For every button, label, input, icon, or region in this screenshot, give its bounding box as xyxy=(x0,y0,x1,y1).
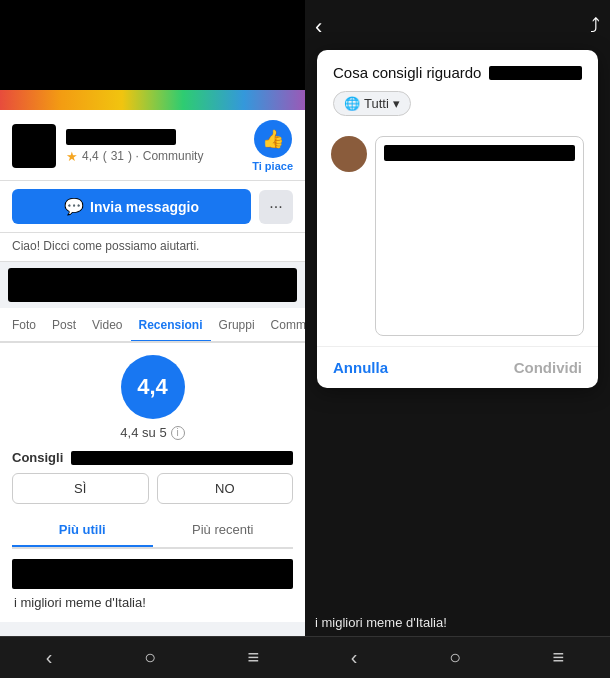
invia-messaggio-button[interactable]: 💬 Invia messaggio xyxy=(12,189,251,224)
more-options-button[interactable]: ··· xyxy=(259,190,293,224)
sort-tab-utili[interactable]: Più utili xyxy=(12,514,153,547)
left-panel: ★ 4,4 (31) · Community 👍 Ti piace 💬 Invi… xyxy=(0,0,305,678)
annulla-button[interactable]: Annulla xyxy=(333,359,388,376)
thumb-icon: 👍 xyxy=(254,120,292,158)
rating-circle: 4,4 xyxy=(121,355,185,419)
review-count: 31 xyxy=(111,149,124,163)
profile-info: ★ 4,4 (31) · Community xyxy=(66,129,238,164)
right-panel: ‹ ⤴ Cosa consigli riguardo 🌐 Tutti ▾ Ann… xyxy=(305,0,610,678)
modal-body xyxy=(317,126,598,346)
consigli-row: Consigli xyxy=(12,450,293,465)
home-button-right[interactable]: ○ xyxy=(449,646,461,669)
modal-card: Cosa consigli riguardo 🌐 Tutti ▾ Annulla… xyxy=(317,50,598,388)
share-icon[interactable]: ⤴ xyxy=(590,14,600,37)
info-icon[interactable]: i xyxy=(171,426,185,440)
back-button-left[interactable]: ‹ xyxy=(46,646,53,669)
tabs-row: Foto Post Video Recensioni Gruppi Commun… xyxy=(0,308,305,343)
action-row: 💬 Invia messaggio ··· xyxy=(0,181,305,233)
home-button-left[interactable]: ○ xyxy=(144,646,156,669)
audience-label: Tutti xyxy=(364,96,389,111)
like-button[interactable]: 👍 Ti piace xyxy=(252,120,293,172)
right-bottom-text: i migliori meme d'Italia! xyxy=(305,609,610,636)
audience-row: 🌐 Tutti ▾ xyxy=(317,91,598,126)
review-text: i migliori meme d'Italia! xyxy=(12,595,293,610)
right-bottom: i migliori meme d'Italia! ‹ ○ ≡ xyxy=(305,609,610,678)
community-label: Community xyxy=(143,149,204,163)
tab-recensioni[interactable]: Recensioni xyxy=(131,308,211,343)
tab-community[interactable]: Community xyxy=(263,308,305,343)
bottom-nav-left: ‹ ○ ≡ xyxy=(0,636,305,678)
greeting-text: Ciao! Dicci come possiamo aiutarti. xyxy=(0,233,305,262)
messenger-icon: 💬 xyxy=(64,197,84,216)
tab-video[interactable]: Video xyxy=(84,308,130,343)
redacted-input-bar xyxy=(384,145,575,161)
chevron-down-icon: ▾ xyxy=(393,96,400,111)
reviews-section: 4,4 4,4 su 5 i Consigli SÌ NO Più utili … xyxy=(0,343,305,622)
cover-image xyxy=(0,0,305,110)
modal-title-bar xyxy=(489,66,582,80)
profile-stars: ★ 4,4 (31) · Community xyxy=(66,149,238,164)
rating-value: 4,4 xyxy=(82,149,99,163)
sort-tabs: Più utili Più recenti xyxy=(12,514,293,549)
consigli-bar xyxy=(71,451,293,465)
menu-button-right[interactable]: ≡ xyxy=(553,646,565,669)
back-button-right[interactable]: ‹ xyxy=(351,646,358,669)
profile-section: ★ 4,4 (31) · Community 👍 Ti piace xyxy=(0,110,305,181)
modal-title-text: Cosa consigli riguardo xyxy=(333,64,481,81)
si-button[interactable]: SÌ xyxy=(12,473,149,504)
modal-footer: Annulla Condividi xyxy=(317,346,598,388)
redacted-review-bar xyxy=(12,559,293,589)
tab-gruppi[interactable]: Gruppi xyxy=(211,308,263,343)
msg-btn-label: Invia messaggio xyxy=(90,199,199,215)
avatar xyxy=(12,124,56,168)
tab-post[interactable]: Post xyxy=(44,308,84,343)
like-label: Ti piace xyxy=(252,160,293,172)
redacted-bar-1 xyxy=(8,268,297,302)
consigli-label: Consigli xyxy=(12,450,63,465)
cover-colorstrip xyxy=(0,90,305,110)
star-icon: ★ xyxy=(66,149,78,164)
bottom-nav-right: ‹ ○ ≡ xyxy=(305,636,610,678)
condividi-button[interactable]: Condividi xyxy=(514,359,582,376)
globe-icon: 🌐 xyxy=(344,96,360,111)
menu-button-left[interactable]: ≡ xyxy=(248,646,260,669)
no-button[interactable]: NO xyxy=(157,473,294,504)
audience-button[interactable]: 🌐 Tutti ▾ xyxy=(333,91,411,116)
review-input[interactable] xyxy=(375,136,584,336)
back-arrow-icon[interactable]: ‹ xyxy=(315,14,322,40)
rating-sub: 4,4 su 5 i xyxy=(12,425,293,440)
profile-name-bar xyxy=(66,129,176,145)
user-avatar xyxy=(331,136,367,172)
vote-row: SÌ NO xyxy=(12,473,293,504)
tab-foto[interactable]: Foto xyxy=(4,308,44,343)
sort-tab-recenti[interactable]: Più recenti xyxy=(153,514,294,547)
modal-header: Cosa consigli riguardo xyxy=(317,50,598,91)
